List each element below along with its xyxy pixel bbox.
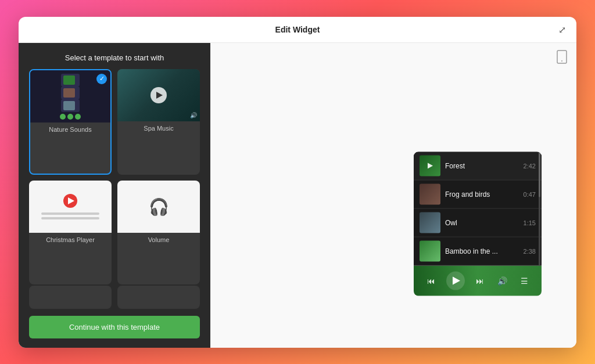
template-card-spa-music[interactable]: ✓ 🔊 Spa Music	[117, 69, 200, 175]
panel-heading: Select a template to start with	[19, 43, 210, 69]
selected-checkmark: ✓	[96, 74, 107, 84]
christmas-play-btn	[63, 194, 77, 208]
modal-body: Select a template to start with ✓	[19, 43, 576, 348]
headphone-icon: 🎧	[149, 197, 169, 217]
edit-widget-modal: Edit Widget ⤢ Select a template to start…	[19, 17, 576, 348]
christmas-label: Christmas Player	[29, 233, 112, 247]
continue-button[interactable]: Continue with this template	[29, 316, 200, 338]
nature-thumb-forest	[63, 75, 75, 85]
template-card-christmas[interactable]: ✓ Christmas Player	[29, 181, 112, 284]
forest-play-indicator	[420, 156, 440, 176]
track-thumb-bamboo	[420, 241, 440, 262]
partial-card-2[interactable]	[117, 286, 200, 309]
spa-music-label: Spa Music	[117, 121, 200, 135]
preview-panel: Forest 2:42 Frog and birds 0:47	[210, 43, 576, 348]
partial-card-row	[19, 286, 210, 309]
spa-play-icon	[156, 92, 163, 99]
widget-preview: Forest 2:42 Frog and birds 0:47	[414, 152, 542, 296]
track-info-bamboo: Bamboo in the ...	[445, 247, 519, 255]
menu-button[interactable]: ☰	[518, 275, 531, 287]
track-duration-owl: 1:15	[524, 219, 536, 226]
volume-label: Volume	[117, 233, 200, 247]
template-card-nature-sounds[interactable]: ✓	[29, 69, 112, 175]
nature-row-3	[61, 99, 80, 112]
xmas-line-2	[41, 217, 99, 219]
nature-thumb-frog	[63, 88, 75, 98]
nature-row-1	[61, 74, 80, 87]
nature-row-2	[61, 87, 80, 99]
track-info-frog: Frog and birds	[445, 190, 519, 199]
expand-button[interactable]: ⤢	[558, 24, 566, 35]
track-duration-forest: 2:42	[524, 163, 536, 170]
rewind-button[interactable]: ⏮	[425, 275, 438, 287]
spa-background	[117, 69, 200, 121]
track-thumb-forest	[420, 156, 440, 176]
track-info-forest: Forest	[445, 162, 519, 170]
nature-controls	[60, 114, 81, 120]
track-name-owl: Owl	[445, 219, 519, 227]
volume-button[interactable]: 🔊	[495, 275, 510, 287]
play-triangle-icon	[453, 277, 460, 285]
track-info-owl: Owl	[445, 219, 519, 227]
forward-button[interactable]: ⏭	[474, 275, 486, 287]
template-panel: Select a template to start with ✓	[19, 43, 210, 348]
ctrl-dot-2	[67, 114, 73, 120]
spa-volume-icon: 🔊	[190, 112, 197, 118]
nature-thumb-owl	[63, 101, 75, 110]
spa-music-thumb: 🔊	[117, 69, 200, 121]
device-icon	[557, 50, 567, 67]
track-duration-frog: 0:47	[524, 191, 536, 198]
xmas-line-1	[41, 212, 99, 215]
modal-header: Edit Widget ⤢	[19, 17, 576, 43]
ctrl-dot-1	[60, 114, 66, 120]
track-name-bamboo: Bamboo in the ...	[445, 247, 519, 255]
christmas-thumb	[29, 181, 112, 233]
spa-play-circle	[150, 87, 167, 103]
scrollbar-thumb	[539, 152, 540, 197]
track-list: Forest 2:42 Frog and birds 0:47	[414, 152, 542, 266]
christmas-play-icon	[68, 197, 74, 204]
partial-card-1[interactable]	[29, 286, 112, 309]
play-button[interactable]	[446, 272, 465, 290]
svg-point-1	[561, 60, 562, 62]
track-name-frog: Frog and birds	[445, 190, 519, 199]
track-item-owl[interactable]: Owl 1:15	[414, 209, 542, 237]
track-thumb-frog	[420, 184, 440, 205]
track-scrollbar	[539, 152, 540, 266]
track-item-frog[interactable]: Frog and birds 0:47	[414, 181, 542, 209]
volume-thumb: 🎧	[117, 181, 200, 233]
track-item-forest[interactable]: Forest 2:42	[414, 152, 542, 181]
christmas-lines	[41, 212, 99, 219]
forest-play-icon	[428, 163, 433, 169]
nature-sounds-label: Nature Sounds	[30, 122, 110, 136]
modal-title: Edit Widget	[275, 25, 320, 34]
track-thumb-owl	[420, 212, 440, 233]
track-name-forest: Forest	[445, 162, 519, 170]
track-item-bamboo[interactable]: Bamboo in the ... 2:38	[414, 237, 542, 266]
player-controls: ⏮ ⏭ 🔊 ☰	[414, 266, 542, 296]
template-grid: ✓	[19, 69, 210, 284]
template-card-volume[interactable]: ✓ 🎧 Volume	[117, 181, 200, 284]
ctrl-dot-3	[75, 114, 81, 120]
track-duration-bamboo: 2:38	[524, 248, 536, 255]
